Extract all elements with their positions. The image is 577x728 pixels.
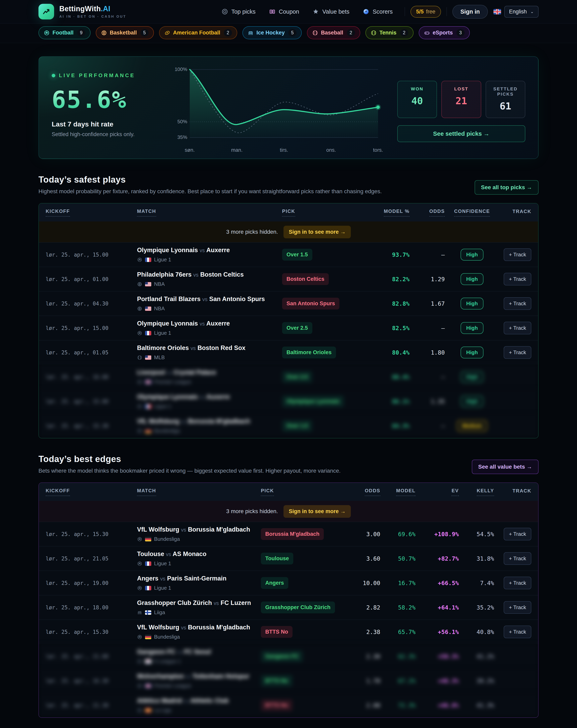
fr-flag-icon [145, 258, 151, 262]
league-name: Premier League [154, 683, 191, 689]
sport-chip-amfootball[interactable]: American Football 2 [159, 26, 237, 39]
league-name: Ligue 1 [154, 585, 171, 591]
best-edges-subtitle: Bets where the model thinks the bookmake… [38, 468, 340, 474]
pick-badge: Baltimore Orioles [282, 346, 336, 358]
main-nav: Top picks Coupon Value bets Scorers [221, 8, 393, 15]
sign-in-to-see-more-button[interactable]: Sign in to see more → [283, 505, 351, 518]
ev-percent: +48.3% [421, 677, 459, 684]
football-icon [137, 537, 142, 542]
safest-play-row: lør. 25. apr., 15.00 Olympique Lyonnais … [39, 389, 538, 414]
sign-in-to-see-more-button[interactable]: Sign in to see more → [283, 226, 351, 238]
model-percent: 86.1% [374, 398, 410, 405]
pick-badge: Olympique Lyonnais [282, 395, 344, 407]
track-button[interactable]: + Track [504, 273, 531, 285]
track-button[interactable]: + Track [504, 248, 531, 261]
sport-chip-esports[interactable]: eSports 3 [419, 26, 470, 39]
kelly-percent: 41.2% [464, 653, 494, 660]
logo-trending-up-icon [38, 4, 54, 20]
won-stat-card: WON 40 [397, 81, 437, 118]
nav-scorers[interactable]: Scorers [363, 8, 393, 15]
best-edge-row: lør. 25. apr., 18.00 Grasshopper Club Zü… [39, 595, 538, 620]
sign-in-button[interactable]: Sign in [452, 5, 488, 19]
hidden-picks-row: 3 more picks hidden. Sign in to see more… [39, 501, 538, 522]
track-button[interactable]: + Track [504, 322, 531, 334]
away-team: Borussia M'gladbach [188, 526, 250, 533]
nav-value-bets[interactable]: Value bets [312, 8, 350, 15]
odds-value: 2.82 [350, 604, 380, 611]
sport-chip-basketball[interactable]: Basketball 5 [96, 26, 154, 39]
hidden-picks-row: 3 more picks hidden. Sign in to see more… [39, 222, 538, 242]
track-button[interactable]: + Track [504, 626, 531, 638]
kelly-percent: 40.8% [464, 629, 494, 635]
col-odds: ODDS [350, 488, 380, 496]
see-all-top-picks-button[interactable]: See all top picks → [475, 180, 539, 194]
model-percent: 82.2% [374, 276, 410, 283]
gb-flag-icon [145, 380, 151, 384]
model-percent: 50.7% [385, 555, 415, 562]
safest-play-row: lør. 25. apr., 01.05 Baltimore Orioles v… [39, 340, 538, 365]
pick-badge: BTTS No [261, 626, 293, 638]
us-flag-icon [145, 355, 151, 360]
col-model: MODEL [385, 488, 415, 496]
league-name: Bundesliga [154, 634, 180, 640]
kelly-percent: 39.2% [464, 677, 494, 684]
sport-chip-baseball[interactable]: Baseball 2 [307, 26, 360, 39]
best-edges-title: Today’s best edges [38, 454, 340, 464]
kickoff-time: lør. 25. apr., 16.00 [46, 374, 132, 380]
baseball-icon [137, 355, 142, 360]
hit-rate-subtitle: Settled high-confidence picks only. [52, 131, 168, 137]
us-flag-icon [145, 307, 151, 311]
amfootball-icon [164, 30, 170, 36]
ev-percent: +56.1% [421, 629, 459, 635]
away-team: Athletic Club [190, 697, 228, 704]
odds-value: 2.38 [350, 629, 380, 635]
sport-chip-count: 2 [400, 29, 408, 36]
col-pick: PICK [282, 208, 368, 217]
nav-coupon[interactable]: Coupon [269, 8, 299, 15]
home-team: Grasshopper Club Zürich [137, 599, 212, 606]
odds-value: 1.29 [415, 276, 445, 283]
home-team: Olympique Lyonnais [137, 246, 198, 254]
svg-text:35%: 35% [177, 134, 187, 140]
sport-chip-label: eSports [433, 30, 453, 36]
best-edge-row: lør. 25. apr., 15.30 VfL Wolfsburg vs Bo… [39, 620, 538, 644]
track-button[interactable]: + Track [504, 601, 531, 614]
match-cell: Philadelphia 76ers vs Boston Celtics NBA [137, 271, 277, 287]
kickoff-time: lør. 25. apr., 15.00 [46, 252, 132, 258]
track-button[interactable]: + Track [504, 528, 531, 540]
sport-chip-tennis[interactable]: Tennis 2 [365, 26, 414, 39]
sport-chip-football[interactable]: Football 9 [38, 26, 90, 39]
league-name: Bundesliga [154, 428, 180, 434]
svg-text:søn.: søn. [185, 147, 195, 153]
language-select[interactable]: English ⌄ [504, 6, 539, 18]
see-all-value-bets-button[interactable]: See all value bets → [472, 460, 539, 474]
track-button[interactable]: + Track [504, 577, 531, 589]
col-model: MODEL % [374, 208, 410, 217]
football-icon [137, 380, 142, 385]
svg-text:50%: 50% [177, 119, 187, 124]
kickoff-time: lør. 25. apr., 15.00 [46, 398, 132, 405]
model-percent: 88.4% [374, 373, 410, 381]
see-settled-picks-button[interactable]: See settled picks → [397, 125, 525, 142]
home-team: Atlético Madrid [137, 697, 182, 704]
live-dot-icon [52, 74, 55, 77]
es-flag-icon [145, 708, 151, 712]
league-name: Ligue 1 [154, 561, 171, 567]
live-performance-panel: LIVE PERFORMANCE 65.6% Last 7 days hit r… [38, 56, 539, 159]
league-name: Ligue 1 [154, 257, 171, 263]
pick-badge: Toulouse [261, 553, 293, 565]
football-icon [137, 659, 142, 664]
sports-filter-bar: Football 9 Basketball 5 American Footbal… [0, 23, 577, 43]
track-button[interactable]: + Track [504, 346, 531, 359]
track-button[interactable]: + Track [504, 552, 531, 565]
kickoff-time: lør. 25. apr., 15.00 [46, 325, 132, 331]
kr-flag-icon [145, 659, 151, 664]
league-name: MLB [154, 355, 165, 361]
home-team: Philadelphia 76ers [137, 271, 192, 278]
match-cell: Atlético Madrid vs Athletic Club La Liga [137, 697, 256, 713]
nav-top-picks[interactable]: Top picks [221, 8, 256, 15]
odds-value: — [415, 325, 445, 332]
track-button[interactable]: + Track [504, 297, 531, 310]
home-team: Angers [137, 575, 159, 582]
sport-chip-hockey[interactable]: Ice Hockey 5 [242, 26, 302, 39]
